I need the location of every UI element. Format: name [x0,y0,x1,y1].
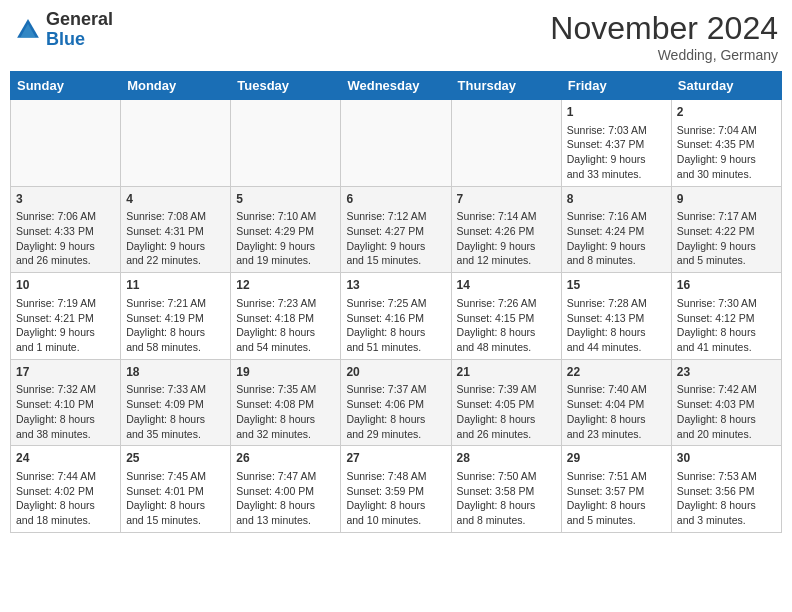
day-detail: Daylight: 8 hours and 48 minutes. [457,325,556,354]
calendar-cell: 8Sunrise: 7:16 AMSunset: 4:24 PMDaylight… [561,186,671,273]
day-number: 18 [126,364,225,381]
logo-general-text: General [46,9,113,29]
calendar-cell: 21Sunrise: 7:39 AMSunset: 4:05 PMDayligh… [451,359,561,446]
day-detail: Sunrise: 7:26 AM [457,296,556,311]
calendar-cell: 22Sunrise: 7:40 AMSunset: 4:04 PMDayligh… [561,359,671,446]
day-detail: Sunset: 4:06 PM [346,397,445,412]
day-detail: Sunrise: 7:19 AM [16,296,115,311]
calendar-cell [11,100,121,187]
calendar-week-row: 24Sunrise: 7:44 AMSunset: 4:02 PMDayligh… [11,446,782,533]
calendar-cell: 14Sunrise: 7:26 AMSunset: 4:15 PMDayligh… [451,273,561,360]
calendar-cell [451,100,561,187]
day-detail: Sunset: 4:16 PM [346,311,445,326]
day-detail: Sunrise: 7:16 AM [567,209,666,224]
day-number: 4 [126,191,225,208]
calendar-day-header: Thursday [451,72,561,100]
day-number: 1 [567,104,666,121]
day-detail: Sunset: 4:15 PM [457,311,556,326]
day-number: 30 [677,450,776,467]
day-detail: Sunset: 4:04 PM [567,397,666,412]
day-detail: Sunrise: 7:42 AM [677,382,776,397]
day-detail: Sunset: 4:29 PM [236,224,335,239]
day-detail: Sunrise: 7:44 AM [16,469,115,484]
calendar-cell [231,100,341,187]
day-detail: Daylight: 9 hours and 15 minutes. [346,239,445,268]
calendar-day-header: Sunday [11,72,121,100]
calendar-cell: 6Sunrise: 7:12 AMSunset: 4:27 PMDaylight… [341,186,451,273]
day-detail: Sunrise: 7:12 AM [346,209,445,224]
day-number: 23 [677,364,776,381]
day-detail: Sunrise: 7:14 AM [457,209,556,224]
day-number: 8 [567,191,666,208]
calendar-cell: 15Sunrise: 7:28 AMSunset: 4:13 PMDayligh… [561,273,671,360]
calendar-cell: 17Sunrise: 7:32 AMSunset: 4:10 PMDayligh… [11,359,121,446]
day-detail: Sunset: 4:33 PM [16,224,115,239]
calendar-cell: 13Sunrise: 7:25 AMSunset: 4:16 PMDayligh… [341,273,451,360]
day-detail: Sunset: 4:37 PM [567,137,666,152]
calendar-cell: 12Sunrise: 7:23 AMSunset: 4:18 PMDayligh… [231,273,341,360]
day-detail: Sunrise: 7:48 AM [346,469,445,484]
day-detail: Sunrise: 7:21 AM [126,296,225,311]
day-detail: Daylight: 8 hours and 44 minutes. [567,325,666,354]
calendar-cell: 11Sunrise: 7:21 AMSunset: 4:19 PMDayligh… [121,273,231,360]
day-number: 16 [677,277,776,294]
day-detail: Sunset: 4:10 PM [16,397,115,412]
day-detail: Sunrise: 7:33 AM [126,382,225,397]
day-detail: Daylight: 9 hours and 1 minute. [16,325,115,354]
calendar-cell: 24Sunrise: 7:44 AMSunset: 4:02 PMDayligh… [11,446,121,533]
day-detail: Sunset: 4:22 PM [677,224,776,239]
day-number: 26 [236,450,335,467]
day-detail: Sunrise: 7:50 AM [457,469,556,484]
day-detail: Daylight: 8 hours and 35 minutes. [126,412,225,441]
day-detail: Daylight: 9 hours and 5 minutes. [677,239,776,268]
day-number: 20 [346,364,445,381]
day-number: 28 [457,450,556,467]
logo-icon [14,16,42,44]
calendar-week-row: 10Sunrise: 7:19 AMSunset: 4:21 PMDayligh… [11,273,782,360]
day-detail: Sunrise: 7:39 AM [457,382,556,397]
calendar-cell: 16Sunrise: 7:30 AMSunset: 4:12 PMDayligh… [671,273,781,360]
calendar-cell: 27Sunrise: 7:48 AMSunset: 3:59 PMDayligh… [341,446,451,533]
day-detail: Daylight: 9 hours and 30 minutes. [677,152,776,181]
day-detail: Sunrise: 7:30 AM [677,296,776,311]
day-detail: Daylight: 8 hours and 29 minutes. [346,412,445,441]
day-number: 17 [16,364,115,381]
day-detail: Sunrise: 7:08 AM [126,209,225,224]
day-detail: Daylight: 8 hours and 51 minutes. [346,325,445,354]
day-detail: Sunrise: 7:25 AM [346,296,445,311]
day-number: 24 [16,450,115,467]
calendar-cell: 19Sunrise: 7:35 AMSunset: 4:08 PMDayligh… [231,359,341,446]
day-detail: Sunrise: 7:23 AM [236,296,335,311]
calendar-cell: 18Sunrise: 7:33 AMSunset: 4:09 PMDayligh… [121,359,231,446]
day-detail: Sunset: 4:19 PM [126,311,225,326]
day-detail: Sunrise: 7:45 AM [126,469,225,484]
day-detail: Sunset: 4:03 PM [677,397,776,412]
day-detail: Daylight: 9 hours and 22 minutes. [126,239,225,268]
day-detail: Sunset: 4:08 PM [236,397,335,412]
day-detail: Sunset: 3:56 PM [677,484,776,499]
calendar-cell: 7Sunrise: 7:14 AMSunset: 4:26 PMDaylight… [451,186,561,273]
calendar-cell: 10Sunrise: 7:19 AMSunset: 4:21 PMDayligh… [11,273,121,360]
day-detail: Daylight: 8 hours and 38 minutes. [16,412,115,441]
day-detail: Daylight: 8 hours and 54 minutes. [236,325,335,354]
day-detail: Daylight: 9 hours and 33 minutes. [567,152,666,181]
day-detail: Sunrise: 7:03 AM [567,123,666,138]
calendar-day-header: Wednesday [341,72,451,100]
day-detail: Sunrise: 7:04 AM [677,123,776,138]
calendar-cell: 26Sunrise: 7:47 AMSunset: 4:00 PMDayligh… [231,446,341,533]
day-number: 2 [677,104,776,121]
location-subtitle: Wedding, Germany [550,47,778,63]
calendar-cell: 25Sunrise: 7:45 AMSunset: 4:01 PMDayligh… [121,446,231,533]
day-detail: Sunset: 4:26 PM [457,224,556,239]
day-detail: Daylight: 8 hours and 8 minutes. [457,498,556,527]
day-detail: Daylight: 8 hours and 13 minutes. [236,498,335,527]
calendar-cell: 3Sunrise: 7:06 AMSunset: 4:33 PMDaylight… [11,186,121,273]
day-detail: Sunrise: 7:17 AM [677,209,776,224]
day-detail: Daylight: 9 hours and 12 minutes. [457,239,556,268]
day-detail: Sunrise: 7:37 AM [346,382,445,397]
day-detail: Sunset: 4:21 PM [16,311,115,326]
day-detail: Daylight: 8 hours and 32 minutes. [236,412,335,441]
day-detail: Daylight: 8 hours and 41 minutes. [677,325,776,354]
day-detail: Sunset: 4:31 PM [126,224,225,239]
day-detail: Daylight: 8 hours and 15 minutes. [126,498,225,527]
